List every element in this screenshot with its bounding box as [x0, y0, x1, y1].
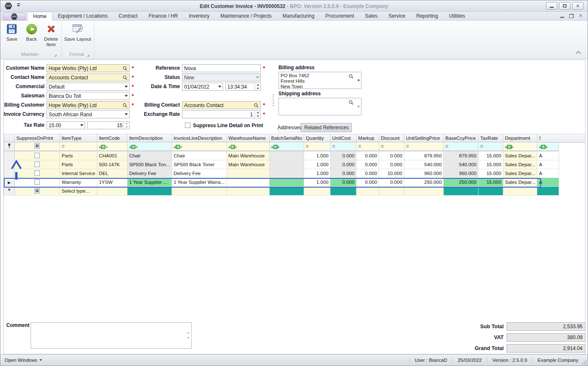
chevron-down-icon[interactable] [123, 111, 129, 118]
exchange-rate-spinner[interactable]: 1 [182, 110, 261, 118]
cell-invoicelinedescription[interactable] [172, 187, 227, 196]
search-icon[interactable] [122, 102, 128, 108]
cell-discount[interactable] [379, 187, 404, 196]
cell-quantity[interactable]: 1.000 [304, 152, 330, 160]
cell-department[interactable]: Sales Depar... [503, 178, 537, 187]
chevron-down-icon[interactable] [123, 92, 129, 99]
tax-rate-amount-spinner[interactable]: 15 [87, 121, 130, 129]
form-splitter-handle[interactable] [273, 94, 274, 106]
col-warehousename[interactable]: WarehouseName [227, 134, 270, 142]
checkbox-filter-icon[interactable] [34, 143, 40, 149]
cell-department[interactable]: Sales Depar... [503, 169, 537, 178]
col-quantity[interactable]: Quantity [304, 134, 330, 142]
col-discount[interactable]: Discount [379, 134, 404, 142]
salesman-dropdown[interactable]: Bianca Du Toit [47, 92, 130, 100]
tab-contract[interactable]: Contract [113, 12, 143, 21]
cell-baseccyprice[interactable]: 879.950 [444, 152, 479, 160]
maximize-button[interactable] [559, 2, 570, 10]
filter-warehousename[interactable]: aBc [227, 142, 270, 152]
cell-itemtype[interactable]: Warranty [60, 178, 97, 187]
cell-unitsellingprice[interactable]: 250.000 [404, 178, 444, 187]
delete-item-button[interactable]: Delete Item [42, 22, 60, 49]
filter-quantity[interactable]: = [304, 142, 330, 152]
mdi-close-icon[interactable]: ✕ [579, 13, 583, 18]
cell-itemtype[interactable]: Parts [60, 152, 97, 160]
cell-markup[interactable] [356, 187, 379, 196]
tab-finance-hr[interactable]: Finance / HR [143, 12, 183, 21]
tab-procurement[interactable]: Procurement [320, 12, 360, 21]
filter-itemtype[interactable]: = [60, 142, 97, 152]
cell-department[interactable]: Sales Depar... [503, 160, 537, 169]
cell-taxrate[interactable]: 15.000 [479, 152, 503, 160]
cell-status[interactable]: A [537, 160, 559, 169]
filter-suppressonprint[interactable] [15, 142, 60, 152]
suppress-checkbox-cell[interactable] [15, 187, 60, 196]
cell-itemcode[interactable]: 1YSW [97, 178, 127, 187]
cell-department[interactable] [503, 187, 537, 196]
col-taxrate[interactable]: TaxRate [479, 134, 503, 142]
format-dialog-launcher-icon[interactable] [87, 54, 89, 57]
suppress-checkbox-cell[interactable] [15, 152, 60, 160]
quick-access-dropdown-icon[interactable] [16, 3, 21, 8]
cell-status[interactable]: A [537, 178, 559, 187]
cell-itemtype[interactable]: Parts [60, 160, 97, 169]
tab-manufacturing[interactable]: Manufacturing [277, 12, 320, 21]
application-button[interactable] [3, 13, 26, 21]
cell-status[interactable]: A [537, 169, 559, 178]
cell-batchserialno[interactable] [270, 160, 304, 169]
maintain-dialog-launcher-icon[interactable] [54, 54, 57, 57]
cell-discount[interactable]: 0.000 [379, 152, 404, 160]
search-icon[interactable] [253, 102, 260, 108]
suppress-checkbox-cell[interactable] [15, 160, 60, 169]
scroll-up-icon[interactable] [187, 325, 190, 332]
scroll-down-icon[interactable] [357, 108, 360, 113]
col-itemtype[interactable]: ItemType [60, 134, 97, 142]
col-department[interactable]: Department [503, 134, 537, 142]
cell-status[interactable] [537, 187, 559, 196]
suppress-checkbox[interactable] [34, 188, 40, 193]
cell-warehousename[interactable] [227, 169, 270, 178]
tab-maintenance-projects[interactable]: Maintenance / Projects [215, 12, 277, 21]
col-itemdescription[interactable]: ItemDescription [127, 134, 172, 142]
cell-itemcode[interactable]: DEL [97, 169, 127, 178]
cell-itemcode[interactable]: 500-147K [97, 160, 127, 169]
filter-unitsellingprice[interactable]: = [404, 142, 444, 152]
cell-unitcost[interactable]: 0.000 [330, 169, 356, 178]
cell-quantity[interactable]: 1.000 [304, 178, 330, 187]
cell-itemcode[interactable] [97, 187, 127, 196]
minimize-button[interactable] [546, 2, 557, 10]
back-button[interactable]: Back [23, 22, 41, 49]
tab-equipment-locations[interactable]: Equipment / Locations [52, 12, 113, 21]
chevron-down-icon[interactable] [123, 83, 129, 90]
time-spinner[interactable]: 13:34:34 [225, 83, 261, 91]
cell-itemtype[interactable]: Select type... [60, 187, 97, 196]
col-unitsellingprice[interactable]: UnitSellingPrice [404, 134, 444, 142]
cell-invoicelinedescription[interactable]: 1 Year Supplier Warra... [172, 178, 227, 187]
spinner-arrows-icon[interactable] [123, 122, 129, 129]
scroll-down-icon[interactable] [357, 81, 360, 87]
spinner-arrows-icon[interactable] [255, 83, 260, 90]
col-suppressonprint[interactable]: SuppressOnPrint [15, 134, 60, 142]
cell-unitsellingprice[interactable] [404, 187, 444, 196]
tab-addresses[interactable]: Addresses [278, 123, 301, 132]
col-unitcost[interactable]: UnitCost [330, 134, 356, 142]
scroll-up-icon[interactable] [357, 100, 360, 105]
cell-status[interactable]: A [537, 152, 559, 160]
tab-sales[interactable]: Sales [359, 12, 383, 21]
chevron-down-icon[interactable] [216, 83, 223, 90]
cell-unitcost[interactable]: 0.000 [330, 152, 356, 160]
close-button[interactable]: ✕ [572, 2, 583, 10]
filter-itemdescription[interactable]: aBc [127, 142, 172, 152]
cell-itemdescription[interactable]: Chair [127, 152, 172, 160]
cell-taxrate[interactable]: 15.000 [479, 178, 503, 187]
tab-reporting[interactable]: Reporting [411, 12, 443, 21]
spinner-arrows-icon[interactable] [255, 111, 260, 118]
invoice-currency-dropdown[interactable]: South African Rand [47, 110, 130, 118]
col-invoicelinedescription[interactable]: InvoiceLineDescription [172, 134, 227, 142]
filter-discount[interactable]: = [379, 142, 404, 152]
chevron-down-icon[interactable] [78, 122, 85, 129]
cell-taxrate[interactable]: 15.000 [479, 160, 503, 169]
cell-invoicelinedescription[interactable]: Delivery Fee [172, 169, 227, 178]
search-icon[interactable] [122, 65, 128, 71]
cell-markup[interactable]: 0.000 [356, 160, 379, 169]
